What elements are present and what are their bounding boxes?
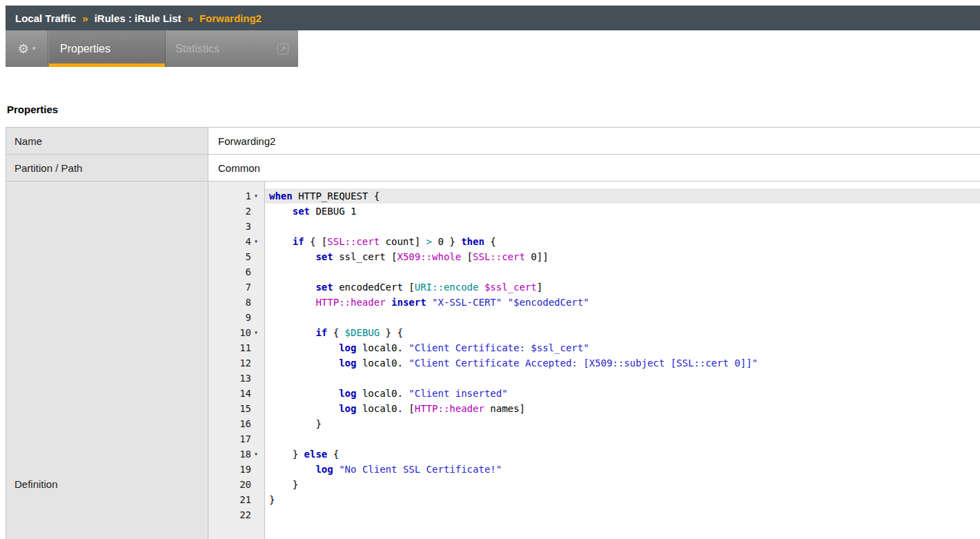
- property-value-partition: Common: [208, 155, 980, 181]
- line-number: 17: [208, 431, 265, 447]
- code-text[interactable]: set ssl_cert [X509::whole [SSL::cert 0]]: [265, 249, 980, 264]
- line-number: 3: [208, 219, 265, 234]
- code-line[interactable]: 1▾when HTTP_REQUEST {: [208, 188, 980, 204]
- tab-properties[interactable]: Properties: [48, 30, 166, 67]
- breadcrumb: Local Traffic » iRules : iRule List » Fo…: [6, 6, 980, 30]
- fold-arrow-icon[interactable]: ▾: [251, 234, 261, 249]
- table-row-definition: Definition 1▾when HTTP_REQUEST {2 set DE…: [6, 182, 980, 539]
- code-text[interactable]: }: [265, 492, 980, 507]
- line-number: 1▾: [208, 188, 265, 204]
- line-number: 13: [208, 371, 265, 386]
- code-text[interactable]: log local0. "Client Certificate Accepted…: [265, 355, 980, 371]
- tab-statistics[interactable]: Statistics ↗: [166, 30, 298, 67]
- table-row-partition: Partition / Path Common: [6, 155, 980, 182]
- code-text[interactable]: log "No Client SSL Certificate!": [265, 462, 980, 477]
- code-line[interactable]: 9: [208, 310, 980, 325]
- code-line[interactable]: 14 log local0. "Client inserted": [208, 386, 980, 401]
- section-title: Properties: [7, 104, 58, 115]
- code-line[interactable]: 19 log "No Client SSL Certificate!": [208, 462, 980, 477]
- fold-arrow-icon[interactable]: ▾: [251, 325, 261, 340]
- code-text[interactable]: [265, 507, 980, 522]
- line-number: 8: [208, 295, 265, 310]
- line-number: 20: [208, 477, 265, 492]
- property-label-partition: Partition / Path: [6, 155, 208, 181]
- code-line[interactable]: 5 set ssl_cert [X509::whole [SSL::cert 0…: [208, 249, 980, 264]
- properties-table: Name Forwarding2 Partition / Path Common…: [6, 127, 980, 539]
- code-line[interactable]: 18▾ } else {: [208, 447, 980, 462]
- line-number: 4▾: [208, 234, 265, 249]
- definition-cell: 1▾when HTTP_REQUEST {2 set DEBUG 13 4▾ i…: [208, 182, 980, 539]
- tab-statistics-label: Statistics: [175, 43, 219, 55]
- code-line[interactable]: 15 log local0. [HTTP::header names]: [208, 401, 980, 416]
- line-number: 16: [208, 416, 265, 431]
- line-number: 12: [208, 355, 265, 371]
- code-text[interactable]: }: [265, 477, 980, 492]
- definition-label: Definition: [14, 478, 58, 490]
- code-lines: 1▾when HTTP_REQUEST {2 set DEBUG 13 4▾ i…: [208, 182, 980, 522]
- code-text[interactable]: [265, 371, 980, 386]
- code-text[interactable]: log local0. "Client inserted": [265, 386, 980, 401]
- property-value-name: Forwarding2: [208, 128, 980, 154]
- code-text[interactable]: log local0. [HTTP::header names]: [265, 401, 980, 416]
- line-number: 9: [208, 310, 265, 325]
- code-text[interactable]: }: [265, 416, 980, 431]
- code-text[interactable]: [265, 431, 980, 447]
- gear-menu-button[interactable]: ⚙ ▾: [6, 30, 48, 67]
- line-number: 10▾: [208, 325, 265, 340]
- code-line[interactable]: 16 }: [208, 416, 980, 431]
- code-text[interactable]: if { $DEBUG } {: [265, 325, 980, 340]
- code-line[interactable]: 8 HTTP::header insert "X-SSL-CERT" "$enc…: [208, 295, 980, 310]
- code-text[interactable]: [265, 264, 980, 280]
- fold-arrow-icon[interactable]: ▾: [251, 188, 261, 204]
- code-text[interactable]: set encodedCert [URI::encode $ssl_cert]: [265, 280, 980, 295]
- code-line[interactable]: 13: [208, 371, 980, 386]
- new-window-icon: ↗: [277, 43, 288, 55]
- line-number: 21: [208, 492, 265, 507]
- fold-arrow-icon[interactable]: ▾: [251, 447, 261, 462]
- line-number: 14: [208, 386, 265, 401]
- code-line[interactable]: 22: [208, 507, 980, 522]
- breadcrumb-separator: »: [188, 12, 193, 24]
- code-line[interactable]: 3: [208, 219, 980, 234]
- gear-icon: ⚙: [18, 43, 29, 55]
- code-line[interactable]: 7 set encodedCert [URI::encode $ssl_cert…: [208, 280, 980, 295]
- code-line[interactable]: 12 log local0. "Client Certificate Accep…: [208, 355, 980, 371]
- code-text[interactable]: } else {: [265, 447, 980, 462]
- code-line[interactable]: 21}: [208, 492, 980, 507]
- property-label-definition: Definition: [6, 182, 208, 539]
- code-text[interactable]: when HTTP_REQUEST {: [265, 188, 980, 204]
- line-number: 22: [208, 507, 265, 522]
- code-text[interactable]: log local0. "Client Certificate: $ssl_ce…: [265, 340, 980, 355]
- chevron-down-icon: ▾: [32, 46, 36, 52]
- line-number: 11: [208, 340, 265, 355]
- line-number: 7: [208, 280, 265, 295]
- line-number: 6: [208, 264, 265, 280]
- code-line[interactable]: 2 set DEBUG 1: [208, 204, 980, 219]
- breadcrumb-item-local-traffic[interactable]: Local Traffic: [15, 12, 76, 24]
- property-label-name: Name: [6, 128, 208, 154]
- tab-bar: ⚙ ▾ Properties Statistics ↗: [6, 30, 298, 67]
- breadcrumb-current-page: Forwarding2: [199, 12, 262, 24]
- breadcrumb-item-irule-list[interactable]: iRules : iRule List: [95, 12, 182, 24]
- line-number: 15: [208, 401, 265, 416]
- code-text[interactable]: if { [SSL::cert count] > 0 } then {: [265, 234, 980, 249]
- code-text[interactable]: set DEBUG 1: [265, 204, 980, 219]
- code-editor[interactable]: 1▾when HTTP_REQUEST {2 set DEBUG 13 4▾ i…: [208, 182, 980, 539]
- table-row-name: Name Forwarding2: [6, 128, 980, 155]
- code-text[interactable]: HTTP::header insert "X-SSL-CERT" "$encod…: [265, 295, 980, 310]
- code-line[interactable]: 11 log local0. "Client Certificate: $ssl…: [208, 340, 980, 355]
- breadcrumb-separator: »: [82, 12, 88, 24]
- tab-properties-label: Properties: [60, 43, 110, 55]
- code-line[interactable]: 20 }: [208, 477, 980, 492]
- line-number: 2: [208, 204, 265, 219]
- code-text[interactable]: [265, 310, 980, 325]
- code-text[interactable]: [265, 219, 980, 234]
- line-number: 19: [208, 462, 265, 477]
- code-line[interactable]: 6: [208, 264, 980, 280]
- line-number: 5: [208, 249, 265, 264]
- code-line[interactable]: 10▾ if { $DEBUG } {: [208, 325, 980, 340]
- code-line[interactable]: 17: [208, 431, 980, 447]
- line-number: 18▾: [208, 447, 265, 462]
- code-line[interactable]: 4▾ if { [SSL::cert count] > 0 } then {: [208, 234, 980, 249]
